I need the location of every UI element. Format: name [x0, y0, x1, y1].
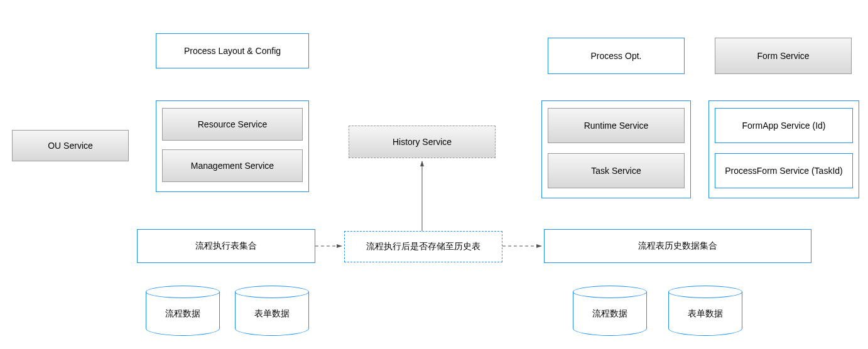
- flow-exec-collection-label: 流程执行表集合: [195, 240, 257, 252]
- processform-service-box: ProcessForm Service (TaskId): [715, 153, 853, 188]
- resource-service-box: Resource Service: [162, 108, 303, 141]
- flow-history-collection-label: 流程表历史数据集合: [638, 240, 717, 252]
- flow-exec-collection-box: 流程执行表集合: [137, 229, 315, 263]
- flow-history-collection-box: 流程表历史数据集合: [544, 229, 811, 263]
- flow-exec-decision-label: 流程执行后是否存储至历史表: [366, 241, 480, 252]
- history-service-label: History Service: [393, 137, 452, 147]
- process-opt-label: Process Opt.: [591, 51, 642, 61]
- task-service-label: Task Service: [591, 166, 641, 176]
- task-service-box: Task Service: [548, 153, 685, 188]
- cylinder-right-flow-label: 流程数据: [592, 308, 627, 319]
- resource-service-label: Resource Service: [198, 119, 268, 129]
- cylinder-left-flow-label: 流程数据: [165, 308, 200, 319]
- cylinder-right-form-label: 表单数据: [688, 308, 723, 319]
- history-service-box: History Service: [349, 126, 496, 158]
- cylinder-left-flow: 流程数据: [146, 286, 220, 336]
- ou-service-box: OU Service: [12, 130, 129, 161]
- management-service-box: Management Service: [162, 149, 303, 182]
- formapp-service-label: FormApp Service (Id): [742, 121, 825, 131]
- management-service-label: Management Service: [191, 161, 274, 171]
- cylinder-right-form: 表单数据: [668, 286, 742, 336]
- processform-service-label: ProcessForm Service (TaskId): [725, 165, 842, 176]
- process-opt-box: Process Opt.: [548, 38, 685, 74]
- cylinder-left-form-label: 表单数据: [254, 308, 290, 319]
- runtime-service-box: Runtime Service: [548, 108, 685, 143]
- flow-exec-decision-box: 流程执行后是否存储至历史表: [344, 231, 502, 262]
- formapp-service-box: FormApp Service (Id): [715, 108, 853, 143]
- process-layout-config-box: Process Layout & Config: [156, 33, 309, 68]
- form-service-label: Form Service: [757, 51, 809, 61]
- cylinder-right-flow: 流程数据: [573, 286, 647, 336]
- ou-service-label: OU Service: [48, 141, 93, 151]
- cylinder-left-form: 表单数据: [235, 286, 309, 336]
- runtime-service-label: Runtime Service: [584, 121, 649, 131]
- process-layout-config-label: Process Layout & Config: [184, 46, 281, 56]
- form-service-box: Form Service: [715, 38, 852, 74]
